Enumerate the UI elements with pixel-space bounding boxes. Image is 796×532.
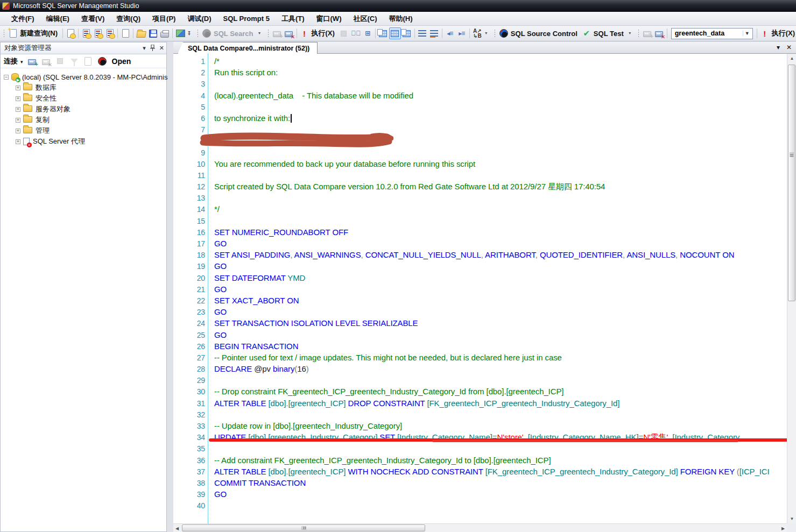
change-connection-button-2[interactable] <box>653 27 665 39</box>
code-line[interactable]: 40 <box>173 500 787 511</box>
sql-search-label[interactable]: SQL Search <box>214 30 253 38</box>
execute-button[interactable]: ! <box>299 27 311 39</box>
scroll-up-arrow[interactable]: ▲ <box>787 56 796 61</box>
code-line[interactable]: 15 <box>173 215 787 226</box>
tree-root-server[interactable]: − (local) (SQL Server 8.0.2039 - MM-PC\A… <box>4 72 166 82</box>
save-button[interactable] <box>147 27 159 39</box>
code-line[interactable]: 33-- Update row in [dbo].[greentech_Indu… <box>173 420 787 431</box>
filter-button[interactable] <box>68 55 80 67</box>
execute-label[interactable]: 执行(X) <box>312 29 335 38</box>
print-button[interactable] <box>159 27 171 39</box>
menu-item-5[interactable]: 项目(P) <box>146 12 181 25</box>
toolbar-overflow-button[interactable]: ▾▾ <box>186 27 192 39</box>
vertical-scrollbar-thumb[interactable] <box>788 65 795 301</box>
menu-item-4[interactable]: 查询(Q) <box>110 12 146 25</box>
code-line[interactable]: 39GO <box>173 488 787 500</box>
tree-item[interactable]: +复制 <box>4 115 166 125</box>
menu-item-8[interactable]: 工具(T) <box>276 12 311 25</box>
connect-object-button[interactable] <box>26 55 38 67</box>
auto-hide-pin-button[interactable] <box>150 45 155 52</box>
menu-item-10[interactable]: 社区(C) <box>347 12 383 25</box>
estimated-plan-button[interactable]: ⊞ <box>362 27 374 39</box>
cancel-query-button[interactable] <box>338 27 350 39</box>
horizontal-scrollbar-thumb[interactable] <box>182 524 425 531</box>
code-line[interactable]: 34UPDATE [dbo].[greentech_Industry_Categ… <box>173 431 787 443</box>
toolbar-grip[interactable] <box>197 29 199 38</box>
toolbar-grip[interactable] <box>3 29 5 38</box>
collapse-icon[interactable]: − <box>4 75 9 80</box>
decrease-indent-button[interactable]: ◂≡ <box>444 27 456 39</box>
database-combobox[interactable]: greentech_data ▼ <box>671 28 753 39</box>
new-query-button[interactable] <box>7 27 19 39</box>
execute-button-right[interactable]: ! <box>759 27 771 39</box>
code-line[interactable]: 24SET TRANSACTION ISOLATION LEVEL SERIAL… <box>173 317 787 329</box>
results-to-text-button[interactable] <box>377 27 389 39</box>
close-document-button[interactable]: ✕ <box>786 44 792 51</box>
toolbar-overflow-button[interactable]: ▾ <box>483 27 489 39</box>
execute-right-label[interactable]: 执行(X) <box>772 29 795 38</box>
active-files-dropdown-button[interactable]: ▾ <box>777 44 780 51</box>
tree-item[interactable]: +服务器对象 <box>4 104 166 115</box>
code-line[interactable]: 9 <box>173 147 787 158</box>
code-line[interactable]: 36-- Add constraint FK_greentech_ICP_gre… <box>173 455 787 466</box>
results-to-file-button[interactable] <box>401 27 413 39</box>
menu-item-11[interactable]: 帮助(H) <box>383 12 419 25</box>
code-line[interactable]: 5 <box>173 101 787 112</box>
expand-icon[interactable]: + <box>16 96 20 101</box>
close-panel-button[interactable]: ✕ <box>159 45 164 52</box>
scroll-left-arrow[interactable]: ◀ <box>173 526 181 531</box>
menu-item-1[interactable]: 文件(F) <box>5 12 40 25</box>
toolbar-grip[interactable] <box>494 29 496 38</box>
code-line[interactable]: 7 <box>173 124 787 135</box>
code-line[interactable]: 37ALTER TABLE [dbo].[greentech_ICP] WITH… <box>173 466 787 477</box>
scroll-down-arrow[interactable]: ▼ <box>787 516 796 521</box>
code-line[interactable]: 19GO <box>173 260 787 272</box>
comment-lines-button[interactable] <box>417 27 428 39</box>
code-line[interactable]: 13 <box>173 192 787 203</box>
connect-button-2[interactable] <box>642 27 653 39</box>
sql-source-control-label[interactable]: SQL Source Control <box>511 30 577 38</box>
expand-icon[interactable]: + <box>16 139 20 144</box>
code-line[interactable]: 26BEGIN TRANSACTION <box>173 341 787 352</box>
open-file-button[interactable] <box>135 27 147 39</box>
expand-icon[interactable]: + <box>16 118 20 123</box>
code-line[interactable]: 29 <box>173 374 787 386</box>
horizontal-scrollbar[interactable]: ◀ ▶ <box>173 523 787 532</box>
menu-item-7[interactable]: SQL Prompt 5 <box>217 13 275 24</box>
document-tab[interactable]: SQL Data Compare0...ministrator (52)) <box>178 42 318 54</box>
tree-item[interactable]: +安全性 <box>4 93 166 104</box>
new-query-label[interactable]: 新建查询(N) <box>20 29 58 38</box>
sql-search-button[interactable] <box>201 27 213 39</box>
toolbar-grip[interactable] <box>638 29 640 38</box>
menu-item-3[interactable]: 查看(V) <box>75 12 110 25</box>
expand-icon[interactable]: + <box>16 129 20 133</box>
code-line[interactable]: 2Run this script on: <box>173 67 787 78</box>
redgate-open-button[interactable] <box>96 55 108 67</box>
script-button[interactable] <box>82 55 94 67</box>
tree-item[interactable]: +数据库 <box>4 82 166 93</box>
window-position-button[interactable]: ▾ <box>143 45 146 52</box>
mdx-query-button[interactable] <box>80 27 92 39</box>
tree-item[interactable]: +管理 <box>4 125 166 136</box>
sort-button[interactable]: A↗↳B <box>471 27 483 39</box>
code-line[interactable]: 30-- Drop constraint FK_greentech_ICP_gr… <box>173 386 787 397</box>
code-line[interactable]: 3 <box>173 78 787 89</box>
code-line[interactable]: 10You are recommended to back up your da… <box>173 158 787 169</box>
toolbar-overflow-button[interactable]: ▾ <box>257 27 263 39</box>
code-line[interactable]: 6to synchronize it with: <box>173 112 787 124</box>
results-to-grid-button[interactable] <box>389 27 401 39</box>
stop-button[interactable] <box>54 55 66 67</box>
increase-indent-button[interactable]: ▸≡ <box>456 27 468 39</box>
expand-icon[interactable]: + <box>16 107 20 112</box>
code-line[interactable]: 28DECLARE @pv binary(16) <box>173 363 787 374</box>
menu-item-2[interactable]: 编辑(E) <box>40 12 75 25</box>
disconnect-button[interactable] <box>40 55 52 67</box>
code-line[interactable]: 25GO <box>173 329 787 341</box>
code-line[interactable]: 22SET XACT_ABORT ON <box>173 295 787 306</box>
tree-item[interactable]: +SQL Server 代理 <box>4 136 166 147</box>
parse-query-button[interactable]: ✓⃞ <box>350 27 362 39</box>
code-line[interactable]: 32 <box>173 409 787 420</box>
code-line[interactable]: 8 <box>173 135 787 146</box>
code-line[interactable]: 20SET DATEFORMAT YMD <box>173 272 787 283</box>
code-line[interactable]: 12Script created by SQL Data Compare ver… <box>173 181 787 192</box>
